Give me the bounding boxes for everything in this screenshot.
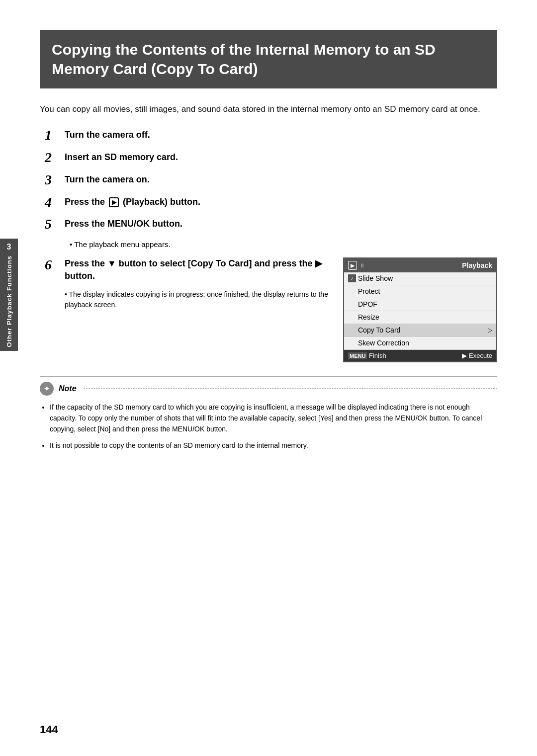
playback-panel-header: ▶ ii Playback — [344, 258, 496, 272]
row-label-skew: Skew Correction — [358, 339, 492, 347]
side-tab: 3 Other Playback Functions — [0, 239, 18, 351]
row-label-resize: Resize — [358, 313, 492, 321]
step-2-number: 2 — [45, 150, 65, 166]
header-box: Copying the Contents of the Internal Mem… — [40, 30, 497, 88]
panel-row-slideshow[interactable]: ♪ Slide Show — [344, 272, 496, 285]
row-label-slideshow: Slide Show — [358, 274, 492, 282]
panel-row-skew[interactable]: Skew Correction — [344, 337, 496, 350]
playback-panel-footer: MENU Finish ▶ Execute — [344, 350, 496, 361]
playback-panel: ▶ ii Playback ♪ Slide Show Protect — [343, 257, 497, 362]
playback-menu: ▶ ii Playback ♪ Slide Show Protect — [343, 257, 497, 362]
page-number: 144 — [40, 723, 58, 736]
panel-play-icon: ▶ — [348, 261, 357, 270]
step-6-container: 6 Press the ▼ button to select [Copy To … — [40, 257, 497, 362]
step-3-content: Turn the camera on. — [65, 172, 150, 186]
step-1-content: Turn the camera off. — [65, 128, 150, 141]
step-5-number: 5 — [45, 217, 65, 232]
row-label-protect: Protect — [358, 287, 492, 295]
note-section: ✦ Note If the capacity of the SD memory … — [40, 376, 497, 451]
step-3-number: 3 — [45, 172, 65, 188]
menu-btn: MENU — [348, 352, 367, 359]
note-bullet-1: If the capacity of the SD memory card to… — [50, 402, 497, 435]
row-label-dpof: DPOF — [358, 300, 492, 308]
page-title: Copying the Contents of the Internal Mem… — [52, 40, 485, 79]
step-2-content: Insert an SD memory card. — [65, 150, 178, 164]
panel-row-copytocard[interactable]: Copy To Card ▷ — [344, 324, 496, 337]
row-arrow-copytocard: ▷ — [488, 327, 492, 334]
footer-execute-label: Execute — [469, 352, 492, 359]
row-label-copytocard: Copy To Card — [358, 326, 488, 334]
footer-right: ▶ Execute — [462, 352, 492, 359]
note-title: Note — [59, 384, 77, 393]
page-container: 3 Other Playback Functions Copying the C… — [0, 0, 537, 756]
step-3: 3 Turn the camera on. — [40, 172, 497, 188]
note-icon: ✦ — [40, 382, 54, 396]
note-bullet-2: It is not possible to copy the contents … — [50, 440, 497, 451]
footer-left: MENU Finish — [348, 352, 386, 359]
music-icon: ♪ — [348, 274, 356, 282]
footer-execute-icon: ▶ — [462, 352, 469, 359]
side-tab-text: Other Playback Functions — [5, 255, 13, 347]
step-6-bullet: The display indicates copying is in prog… — [65, 289, 331, 310]
step-2: 2 Insert an SD memory card. — [40, 150, 497, 166]
step-4-number: 4 — [45, 195, 65, 210]
step-6-left: Press the ▼ button to select [Copy To Ca… — [65, 257, 331, 310]
note-bullets: If the capacity of the SD memory card to… — [40, 402, 497, 451]
note-header: ✦ Note — [40, 382, 497, 396]
panel-header-label: Playback — [462, 261, 492, 269]
panel-row-resize[interactable]: Resize — [344, 311, 496, 324]
footer-finish-label: Finish — [369, 352, 386, 359]
panel-row-dpof[interactable]: DPOF — [344, 298, 496, 311]
step-5-bullet: The playback menu appears. — [40, 239, 497, 251]
step-6-text: Press the ▼ button to select [Copy To Ca… — [65, 257, 331, 282]
playback-icon: ▶ — [109, 197, 119, 207]
intro-text: You can copy all movies, still images, a… — [40, 102, 497, 116]
step-5: 5 Press the MENU/OK button. — [40, 217, 497, 232]
panel-row-protect[interactable]: Protect — [344, 285, 496, 298]
step-1: 1 Turn the camera off. — [40, 128, 497, 143]
side-tab-number: 3 — [7, 243, 11, 252]
step-4-content: Press the ▶ (Playback) button. — [65, 195, 200, 208]
note-dashes — [84, 388, 497, 389]
step-4: 4 Press the ▶ (Playback) button. — [40, 195, 497, 210]
step-5-content: Press the MENU/OK button. — [65, 217, 182, 230]
step-1-number: 1 — [45, 128, 65, 143]
step-6-number: 6 — [45, 257, 65, 273]
